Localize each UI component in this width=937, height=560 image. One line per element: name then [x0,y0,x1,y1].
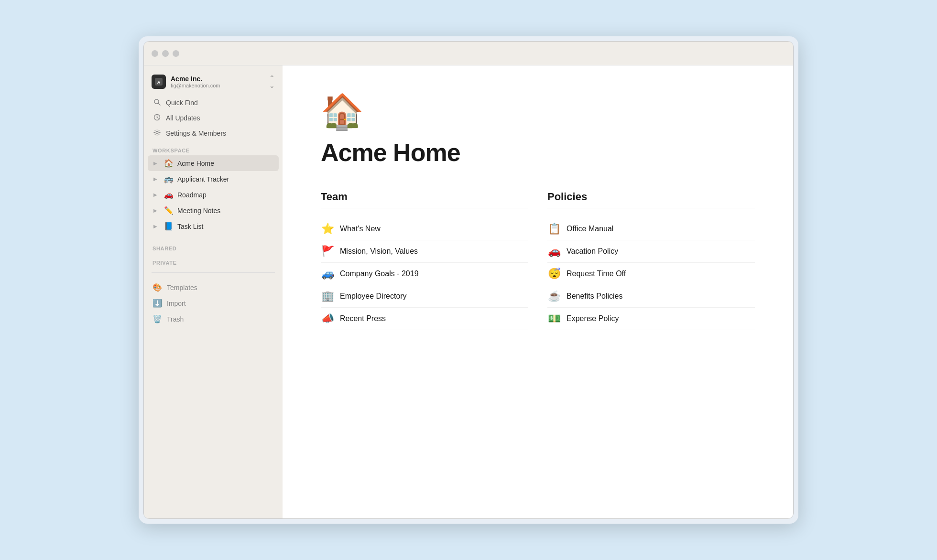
gear-icon [153,129,161,138]
policies-section: Policies 📋 Office Manual 🚗 Vacation Poli… [547,191,755,330]
search-icon [153,98,161,107]
workspace-info: A Acme Inc. fig@makenotion.com [152,75,220,89]
svg-line-3 [158,103,160,105]
whats-new-emoji: ⭐ [321,223,334,235]
sidebar-trash[interactable]: 🗑️ Trash [148,311,279,327]
sidebar-nav-quick-find[interactable]: Quick Find [148,95,279,110]
recent-press-emoji: 📣 [321,312,334,325]
expand-icon[interactable]: ⌃⌄ [269,74,275,89]
link-expense-policy[interactable]: 💵 Expense Policy [547,308,755,330]
svg-line-6 [157,118,158,118]
minimize-button[interactable] [162,50,169,57]
link-time-off[interactable]: 😴 Request Time Off [547,263,755,285]
sidebar: A Acme Inc. fig@makenotion.com ⌃⌄ [144,65,283,518]
sidebar-nav: Quick Find All Updates [144,95,283,141]
expense-label: Expense Policy [567,314,619,323]
workspace-section-label: WORKSPACE [144,141,283,155]
svg-text:A: A [157,80,161,85]
workspace-header[interactable]: A Acme Inc. fig@makenotion.com ⌃⌄ [144,65,283,95]
acme-home-emoji: 🏠 [164,159,174,168]
sidebar-item-task-list[interactable]: ▶ 📘 Task List [148,218,279,234]
task-list-label: Task List [177,223,203,230]
import-label: Import [167,300,186,307]
link-recent-press[interactable]: 📣 Recent Press [321,308,528,330]
sidebar-templates[interactable]: 🎨 Templates [148,280,279,295]
content-grid: Team ⭐ What's New 🚩 Mission, Vision, Val… [321,191,755,330]
vacation-policy-label: Vacation Policy [567,247,618,256]
traffic-lights [152,50,179,57]
page-title: Acme Home [321,138,755,167]
sidebar-item-meeting-notes[interactable]: ▶ ✏️ Meeting Notes [148,203,279,218]
mission-emoji: 🚩 [321,245,334,258]
expense-emoji: 💵 [547,312,561,325]
sidebar-divider [152,272,275,273]
workspace-name: Acme Inc. [171,75,220,83]
workspace-logo: A [152,75,166,89]
applicant-tracker-emoji: 🚌 [164,174,174,183]
vacation-policy-emoji: 🚗 [547,245,561,258]
benefits-emoji: ☕ [547,290,561,302]
private-section-label: PRIVATE [144,253,283,268]
sidebar-bottom: 🎨 Templates ⬇️ Import 🗑️ Trash [144,280,283,327]
meeting-notes-emoji: ✏️ [164,206,174,215]
import-icon: ⬇️ [153,299,162,308]
sidebar-item-roadmap[interactable]: ▶ 🚗 Roadmap [148,187,279,203]
link-whats-new[interactable]: ⭐ What's New [321,218,528,240]
outer-frame: A Acme Inc. fig@makenotion.com ⌃⌄ [139,36,798,524]
sidebar-nav-settings[interactable]: Settings & Members [148,126,279,141]
workspace-email: fig@makenotion.com [171,83,220,88]
chevron-icon-5: ▶ [153,224,160,229]
window: A Acme Inc. fig@makenotion.com ⌃⌄ [143,41,794,519]
templates-label: Templates [167,284,197,291]
link-benefits[interactable]: ☕ Benefits Policies [547,285,755,308]
employee-dir-emoji: 🏢 [321,290,334,302]
quick-find-label: Quick Find [166,99,198,107]
link-employee-directory[interactable]: 🏢 Employee Directory [321,285,528,308]
chevron-icon-4: ▶ [153,208,160,213]
time-off-label: Request Time Off [567,269,626,278]
meeting-notes-label: Meeting Notes [177,207,220,215]
acme-home-label: Acme Home [177,160,214,167]
link-office-manual[interactable]: 📋 Office Manual [547,218,755,240]
company-goals-emoji: 🚙 [321,268,334,280]
recent-press-label: Recent Press [340,314,386,323]
templates-icon: 🎨 [153,283,162,292]
all-updates-label: All Updates [166,114,200,122]
sidebar-nav-all-updates[interactable]: All Updates [148,110,279,126]
main-content: 🏠 Acme Home Team ⭐ What's New 🚩 Mission,… [283,65,793,518]
workspace-name-block: Acme Inc. fig@makenotion.com [171,75,220,88]
employee-directory-label: Employee Directory [340,292,407,301]
office-manual-label: Office Manual [567,225,613,233]
close-button[interactable] [152,50,158,57]
maximize-button[interactable] [173,50,179,57]
link-mission[interactable]: 🚩 Mission, Vision, Values [321,240,528,263]
office-manual-emoji: 📋 [547,223,561,235]
policies-section-title: Policies [547,191,755,208]
sidebar-item-acme-home[interactable]: ▶ 🏠 Acme Home [148,155,279,171]
team-section-title: Team [321,191,528,208]
applicant-tracker-label: Applicant Tracker [177,175,229,183]
company-goals-label: Company Goals - 2019 [340,269,419,278]
sidebar-item-applicant-tracker[interactable]: ▶ 🚌 Applicant Tracker [148,171,279,187]
titlebar [144,42,793,65]
mission-label: Mission, Vision, Values [340,247,418,256]
roadmap-emoji: 🚗 [164,190,174,199]
chevron-icon-2: ▶ [153,176,160,182]
shared-section-label: SHARED [144,239,283,253]
link-vacation-policy[interactable]: 🚗 Vacation Policy [547,240,755,263]
svg-point-7 [156,131,158,134]
settings-label: Settings & Members [166,129,226,137]
trash-icon: 🗑️ [153,314,162,323]
chevron-icon-3: ▶ [153,192,160,197]
page-hero-emoji: 🏠 [321,94,755,129]
time-off-emoji: 😴 [547,268,561,280]
link-company-goals[interactable]: 🚙 Company Goals - 2019 [321,263,528,285]
benefits-label: Benefits Policies [567,292,622,301]
roadmap-label: Roadmap [177,191,207,199]
workspace-pages: ▶ 🏠 Acme Home ▶ 🚌 Applicant Tracker ▶ 🚗 [144,155,283,234]
trash-label: Trash [167,315,184,323]
clock-icon [153,114,161,122]
chevron-icon: ▶ [153,161,160,166]
sidebar-import[interactable]: ⬇️ Import [148,295,279,311]
window-body: A Acme Inc. fig@makenotion.com ⌃⌄ [144,65,793,518]
